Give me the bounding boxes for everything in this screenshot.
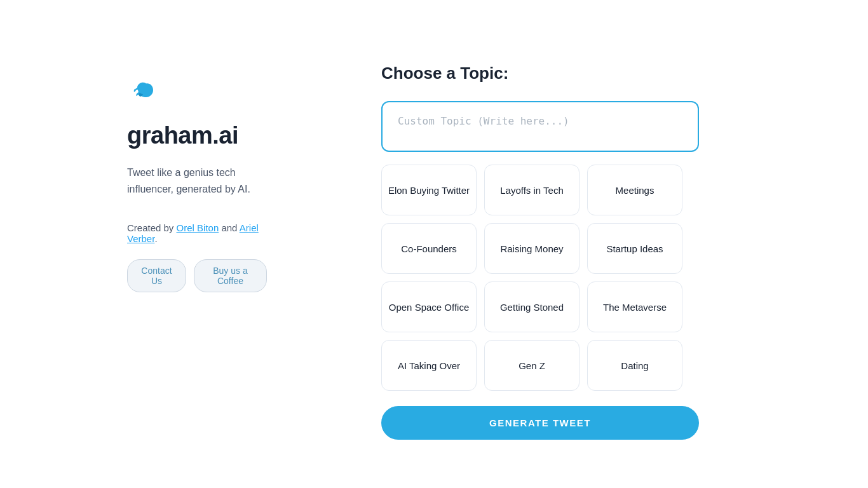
credits-suffix: . — [154, 233, 157, 244]
credits-middle: and — [219, 222, 240, 233]
topic-button[interactable]: AI Taking Over — [381, 340, 477, 391]
topic-button[interactable]: Startup Ideas — [587, 223, 682, 274]
left-panel: graham.ai Tweet like a genius tech influ… — [0, 0, 305, 488]
topic-button[interactable]: Dating — [587, 340, 682, 391]
topics-grid: Elon Buying TwitterLayoffs in TechMeetin… — [381, 165, 699, 391]
contact-us-button[interactable]: Contact Us — [127, 259, 186, 292]
cta-buttons: Contact Us Buy us a Coffee — [127, 259, 267, 292]
topic-button[interactable]: The Metaverse — [587, 281, 682, 332]
topic-button[interactable]: Gen Z — [484, 340, 580, 391]
brand-name: graham.ai — [127, 122, 238, 149]
buy-coffee-button[interactable]: Buy us a Coffee — [194, 259, 267, 292]
credits: Created by Orel Biton and Ariel Verber. — [127, 222, 267, 244]
topic-button[interactable]: Raising Money — [484, 223, 580, 274]
topic-button[interactable]: Layoffs in Tech — [484, 165, 580, 215]
credits-prefix: Created by — [127, 222, 177, 233]
right-panel: Choose a Topic: Elon Buying TwitterLayof… — [305, 0, 868, 488]
creator1-link[interactable]: Orel Biton — [177, 222, 219, 233]
tagline: Tweet like a genius tech influencer, gen… — [127, 165, 267, 197]
custom-topic-input[interactable] — [381, 101, 699, 152]
topic-button[interactable]: Getting Stoned — [484, 281, 580, 332]
topic-button[interactable]: Open Space Office — [381, 281, 477, 332]
topic-button[interactable]: Co-Founders — [381, 223, 477, 274]
topic-button[interactable]: Meetings — [587, 165, 682, 215]
generate-tweet-button[interactable]: GENERATE TWEET — [381, 406, 699, 440]
choose-topic-title: Choose a Topic: — [381, 64, 817, 83]
topic-button[interactable]: Elon Buying Twitter — [381, 165, 477, 215]
brand-logo-svg — [127, 76, 160, 109]
